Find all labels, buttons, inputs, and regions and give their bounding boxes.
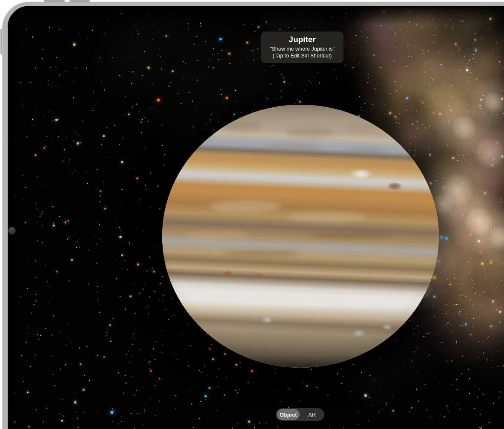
limb-shading — [162, 105, 439, 368]
tooltip-subtitle-line1: "Show me where Jupiter is" — [264, 46, 340, 52]
siri-shortcut-tooltip[interactable]: Jupiter "Show me where Jupiter is" (Tap … — [261, 31, 344, 63]
jupiter-planet[interactable] — [162, 105, 439, 368]
mode-object-button[interactable]: Object — [277, 409, 300, 420]
tooltip-title: Jupiter — [264, 35, 340, 44]
tooltip-subtitle-line2: (Tap to Edit Siri Shortcut) — [264, 52, 340, 59]
front-camera — [8, 227, 16, 235]
mode-ar-button[interactable]: AR — [300, 409, 324, 420]
ipad-screen: Jupiter "Show me where Jupiter is" (Tap … — [8, 6, 504, 429]
view-mode-switcher: Object AR — [276, 408, 324, 421]
ipad-frame: Jupiter "Show me where Jupiter is" (Tap … — [2, 2, 504, 429]
